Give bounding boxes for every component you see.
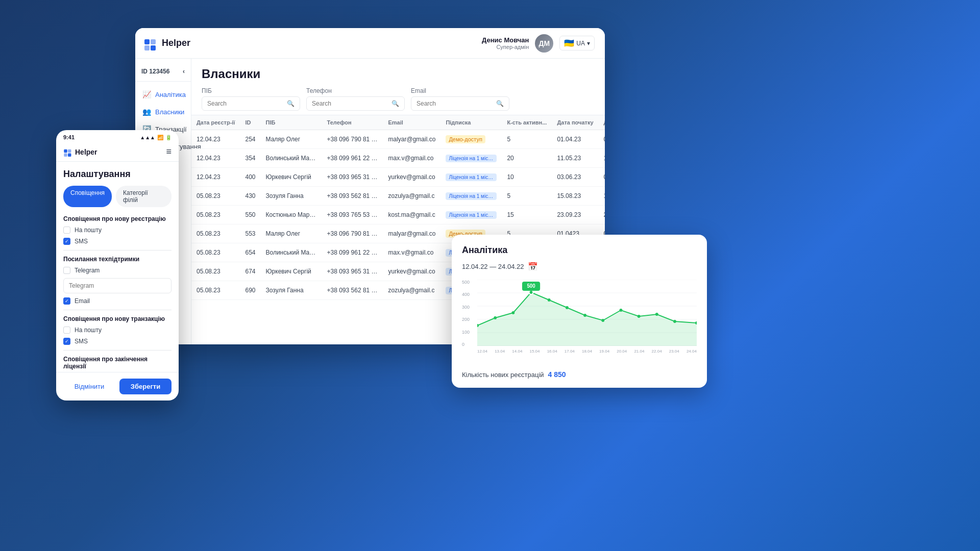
avatar: ДМ <box>535 34 553 53</box>
cell-email: kost.ma@gmail.c <box>383 206 441 224</box>
checkbox-mail-1: На пошту <box>63 227 172 234</box>
table-filters: ПІБ 🔍 Телефон 🔍 Email <box>191 85 605 115</box>
sidebar-id: ID 123456 ‹ <box>135 65 191 82</box>
email-filter-input[interactable]: 🔍 <box>411 96 509 111</box>
svg-text:500: 500 <box>527 283 535 289</box>
svg-rect-0 <box>144 39 150 44</box>
cell-name: Зозуля Ганна <box>261 281 322 300</box>
telegram-input[interactable] <box>63 278 172 293</box>
x-label-1904: 19.04 <box>599 349 609 354</box>
mobile-page-title: Налаштування <box>63 169 172 180</box>
svg-rect-2 <box>144 45 150 51</box>
checkbox-sms-1-box[interactable] <box>63 238 70 245</box>
header-right: Денис Мовчан Супер-адмін ДМ 🇺🇦 UA ▾ <box>482 34 595 53</box>
cell-count: 10 <box>502 168 552 187</box>
phone-filter-group: Телефон 🔍 <box>306 85 405 115</box>
divider-2 <box>63 310 172 310</box>
svg-rect-1 <box>151 39 156 44</box>
x-label-2304: 23.04 <box>669 349 679 354</box>
x-label-1804: 18.04 <box>582 349 592 354</box>
user-role: Супер-адмін <box>482 44 529 50</box>
cell-email: max.v@gmail.co <box>383 243 441 262</box>
checkbox-mail-2-box[interactable] <box>63 327 70 334</box>
pib-search-input[interactable] <box>207 100 284 107</box>
save-button[interactable]: Зберегти <box>119 379 172 394</box>
sidebar-id-label: ID 123456 <box>141 68 169 75</box>
section-new-registration: Сповіщення про нову реєстрацію <box>63 215 172 222</box>
section-license-end: Сповіщення про закінчення ліцензії <box>63 356 172 370</box>
owners-icon: 👥 <box>142 108 151 116</box>
col-phone: Телефон <box>322 115 383 130</box>
sidebar-collapse-icon[interactable]: ‹ <box>183 68 185 75</box>
svg-rect-5 <box>68 149 71 152</box>
wifi-icon: 📶 <box>157 135 163 140</box>
mobile-menu-icon[interactable]: ≡ <box>166 146 172 157</box>
cell-id: 254 <box>240 130 260 149</box>
col-subscription: Підписка <box>440 115 502 130</box>
mobile-tab-notifications[interactable]: Сповіщення <box>63 186 112 207</box>
mobile-tab-categories[interactable]: Категорії філій <box>116 186 172 207</box>
cell-end: 23.10.23 <box>599 206 605 224</box>
table-row: 05.08.23 550 Костюнько Марина +38 093 76… <box>191 206 605 224</box>
checkbox-email-box[interactable] <box>63 297 70 305</box>
pib-search-icon: 🔍 <box>287 100 295 107</box>
checkbox-sms-2-label: SMS <box>75 338 88 345</box>
pib-filter-input[interactable]: 🔍 <box>202 96 300 111</box>
cancel-button[interactable]: Відмінити <box>63 379 115 394</box>
y-label-200: 200 <box>462 317 477 322</box>
email-search-input[interactable] <box>416 100 493 107</box>
col-count: К-сть активн... <box>502 115 552 130</box>
cell-end: 11.06.23 <box>599 149 605 168</box>
checkbox-telegram-box[interactable] <box>63 267 70 274</box>
sidebar-item-owners[interactable]: 👥 Власники <box>135 103 191 120</box>
checkbox-sms-2-box[interactable] <box>63 338 70 345</box>
checkbox-mail-1-box[interactable] <box>63 227 70 234</box>
cell-email: malyar@gmail.co <box>383 130 441 149</box>
cell-name: Маляр Олег <box>261 130 322 149</box>
cell-phone: +38 093 765 53 78 <box>322 206 383 224</box>
analytics-footer-label: Кількість нових реєстрацій <box>462 371 544 379</box>
email-filter-label: Email <box>411 85 509 96</box>
cell-id: 674 <box>240 262 260 281</box>
svg-point-21 <box>601 319 604 322</box>
x-label-2404: 24.04 <box>687 349 697 354</box>
cell-email: yurkev@gmail.co <box>383 262 441 281</box>
cell-id: 550 <box>240 206 260 224</box>
x-label-2204: 22.04 <box>652 349 662 354</box>
checkbox-telegram: Telegram <box>63 267 172 274</box>
x-label-1304: 13.04 <box>495 349 505 354</box>
logo-text: Helper <box>162 38 190 48</box>
battery-icon: 🔋 <box>165 135 172 140</box>
mobile-tabs: Сповіщення Категорії філій <box>63 186 172 207</box>
phone-filter-input[interactable]: 🔍 <box>306 96 405 111</box>
svg-point-18 <box>548 298 551 302</box>
x-label-1504: 15.04 <box>529 349 540 354</box>
x-label-1404: 14.04 <box>512 349 522 354</box>
checkbox-mail-2: На пошту <box>63 327 172 334</box>
checkbox-mail-2-label: На пошту <box>75 327 102 334</box>
phone-search-input[interactable] <box>312 100 388 107</box>
table-header-row: Дата реєстр-ії ID ПІБ Телефон Email Підп… <box>191 115 605 130</box>
svg-point-15 <box>494 316 497 319</box>
calendar-icon[interactable]: 📅 <box>528 262 538 271</box>
sidebar-item-analytics[interactable]: 📈 Аналітика <box>135 86 191 103</box>
cell-phone: +38 093 965 31 46 <box>322 262 383 281</box>
cell-name: Юркевич Сергій <box>261 262 322 281</box>
cell-subscription: Ліцензія на 1 місяць до ... <box>440 206 502 224</box>
cell-subscription: Ліцензія на 1 місяць до ... <box>440 168 502 187</box>
mobile-header: Helper ≡ <box>56 142 179 162</box>
cell-name: Зозуля Ганна <box>261 187 322 206</box>
cell-date: 12.04.23 <box>191 168 240 187</box>
cell-phone: +38 093 562 81 13 <box>322 187 383 206</box>
cell-count: 15 <box>502 206 552 224</box>
cell-subscription: Ліцензія на 1 місяць до 5... <box>440 187 502 206</box>
x-label-1204: 12.04 <box>477 349 487 354</box>
cell-date: 05.08.23 <box>191 206 240 224</box>
svg-rect-6 <box>64 153 67 156</box>
checkbox-email: Email <box>63 297 172 305</box>
cell-phone: +38 093 562 81 13 <box>322 281 383 300</box>
date-range-text: 12.04.22 — 24.04.22 <box>462 263 524 270</box>
col-email: Email <box>383 115 441 130</box>
cell-date: 05.08.23 <box>191 224 240 243</box>
lang-selector[interactable]: 🇺🇦 UA ▾ <box>559 36 595 51</box>
